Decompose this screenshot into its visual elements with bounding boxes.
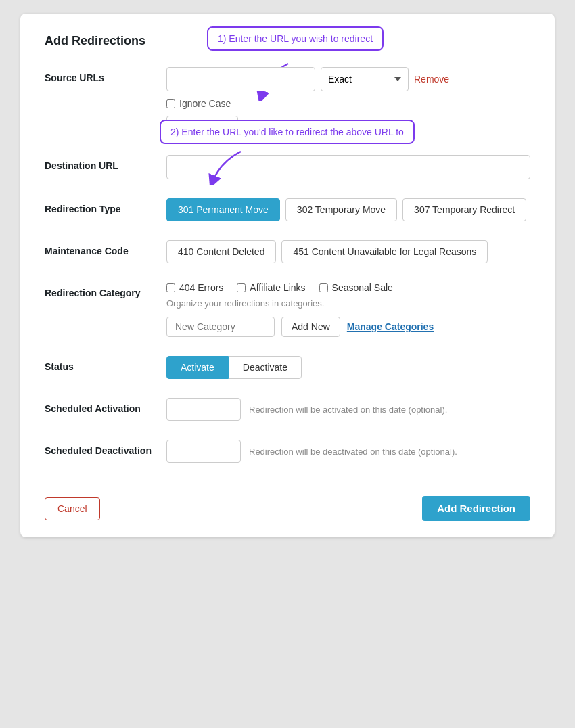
footer-row: Cancel Add Redirection [45, 496, 530, 521]
rtype-btn-301[interactable]: 301 Permanent Move [166, 198, 280, 221]
exact-select[interactable]: Exact Regex Plain [321, 67, 409, 91]
activate-button[interactable]: Activate [166, 356, 229, 379]
source-url-input[interactable] [166, 67, 315, 91]
destination-url-row: Destination URL 2) Enter the URL you'd l… [45, 155, 530, 179]
redirection-category-label: Redirection Category [45, 282, 166, 298]
category-affiliate-links[interactable]: Affiliate Links [237, 282, 305, 293]
rtype-btn-307[interactable]: 307 Temporary Redirect [402, 198, 526, 221]
footer-divider [45, 482, 530, 482]
redirection-type-row: Redirection Type 301 Permanent Move 302 … [45, 198, 530, 221]
scheduled-deactivation-field: Redirection will be deactivated on this … [166, 440, 530, 463]
scheduled-activation-input-row: Redirection will be activated on this da… [166, 398, 530, 421]
checkbox-seasonal-sale[interactable] [319, 283, 328, 292]
status-field: Activate Deactivate [166, 356, 530, 379]
scheduled-activation-hint: Redirection will be activated on this da… [249, 405, 447, 415]
destination-url-input[interactable] [166, 155, 530, 179]
maintenance-code-label: Maintenance Code [45, 240, 166, 256]
ignore-case-label: Ignore Case [179, 98, 231, 109]
deactivate-button[interactable]: Deactivate [229, 356, 302, 379]
ignore-case-checkbox[interactable] [166, 99, 175, 108]
add-redirection-button[interactable]: Add Redirection [422, 496, 530, 521]
callout-1: 1) Enter the URL you wish to redirect [207, 26, 384, 51]
mcode-buttons: 410 Content Deleted 451 Content Unavaila… [166, 240, 530, 263]
category-add-row: Add New Manage Categories [166, 317, 530, 337]
redirection-category-row: Redirection Category 404 Errors Affiliat… [45, 282, 530, 337]
maintenance-code-field: 410 Content Deleted 451 Content Unavaila… [166, 240, 530, 263]
redirection-type-field: 301 Permanent Move 302 Temporary Move 30… [166, 198, 530, 221]
scheduled-deactivation-row: Scheduled Deactivation Redirection will … [45, 440, 530, 463]
cancel-button[interactable]: Cancel [45, 497, 100, 520]
status-row: Status Activate Deactivate [45, 356, 530, 379]
manage-categories-link[interactable]: Manage Categories [347, 321, 434, 332]
maintenance-code-row: Maintenance Code 410 Content Deleted 451… [45, 240, 530, 263]
scheduled-deactivation-input[interactable] [166, 440, 241, 463]
scheduled-deactivation-input-row: Redirection will be deactivated on this … [166, 440, 530, 463]
scheduled-deactivation-label: Scheduled Deactivation [45, 440, 166, 456]
add-redirections-card: Add Redirections Source URLs 1) Enter th… [20, 14, 555, 537]
scheduled-activation-input[interactable] [166, 398, 241, 421]
checkbox-404-errors[interactable] [166, 283, 175, 292]
destination-url-field: 2) Enter the URL you'd like to redirect … [166, 155, 530, 179]
new-category-input[interactable] [166, 317, 275, 337]
category-checkboxes: 404 Errors Affiliate Links Seasonal Sale [166, 282, 530, 293]
scheduled-deactivation-hint: Redirection will be deactivated on this … [249, 447, 457, 457]
category-404-errors[interactable]: 404 Errors [166, 282, 223, 293]
scheduled-activation-row: Scheduled Activation Redirection will be… [45, 398, 530, 421]
add-new-button[interactable]: Add New [281, 317, 340, 337]
mcode-btn-451[interactable]: 451 Content Unavailable for Legal Reason… [281, 240, 488, 263]
mcode-btn-410[interactable]: 410 Content Deleted [166, 240, 276, 263]
status-label: Status [45, 356, 166, 372]
redirection-category-field: 404 Errors Affiliate Links Seasonal Sale… [166, 282, 530, 337]
checkbox-affiliate-links[interactable] [237, 283, 246, 292]
destination-url-label: Destination URL [45, 155, 166, 171]
redirection-type-label: Redirection Type [45, 198, 166, 214]
remove-link[interactable]: Remove [414, 74, 449, 85]
source-url-input-row: Exact Regex Plain Remove [166, 67, 530, 91]
status-buttons: Activate Deactivate [166, 356, 530, 379]
scheduled-activation-label: Scheduled Activation [45, 398, 166, 414]
category-helper-text: Organize your redirections in categories… [166, 298, 530, 309]
callout-2: 2) Enter the URL you'd like to redirect … [160, 120, 415, 144]
rtype-btn-302[interactable]: 302 Temporary Move [285, 198, 397, 221]
ignore-case-row: Ignore Case [166, 98, 530, 109]
source-urls-label: Source URLs [45, 67, 166, 83]
scheduled-activation-field: Redirection will be activated on this da… [166, 398, 530, 421]
category-seasonal-sale[interactable]: Seasonal Sale [319, 282, 393, 293]
redirect-type-buttons: 301 Permanent Move 302 Temporary Move 30… [166, 198, 530, 221]
